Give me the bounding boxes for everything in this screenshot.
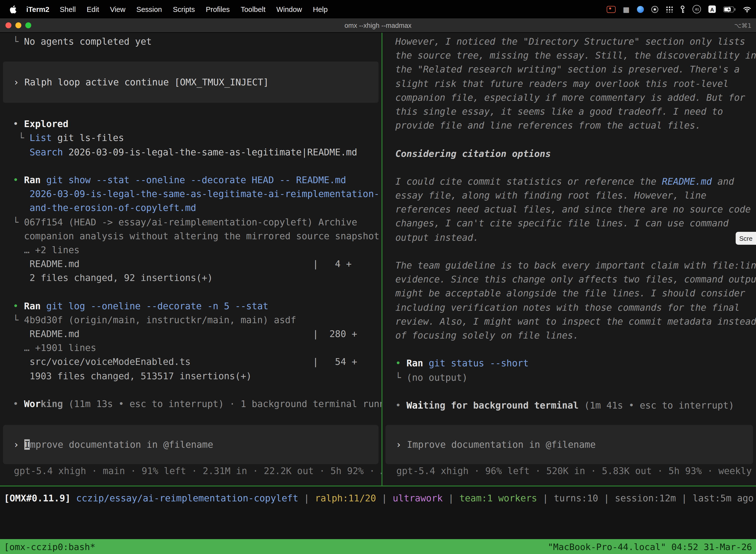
terminal-line: slight risk that future readers may over…	[395, 77, 756, 91]
terminal-line: review. Also, I might want to inspect th…	[395, 315, 756, 329]
terminal-line: and-the-erosion-of-copyleft.md	[13, 201, 381, 215]
terminal-line: └ List git ls-files	[13, 131, 381, 145]
terminal-line: • Explored	[13, 117, 381, 131]
terminal-line: └ 067f154 (HEAD -> essay/ai-reimplementa…	[13, 215, 381, 229]
window-hotkey-badge: ⌥⌘1	[734, 21, 752, 29]
terminal-line: However, I noticed the "Directory Struct…	[395, 35, 756, 49]
menu-app-name[interactable]: iTerm2	[21, 5, 54, 13]
menu-item-profiles[interactable]: Profiles	[200, 5, 235, 13]
iterm-window: omx --xhigh --madmax ⌥⌘1 └ No agents com…	[0, 18, 756, 554]
left-pane[interactable]: └ No agents completed yet ›Ralph loop ac…	[0, 33, 381, 486]
terminal-line: the source tree, missing the essay. Stil…	[395, 49, 756, 63]
terminal-line: … +2 lines	[13, 243, 381, 257]
terminal-line: evidence. Since this change only affects…	[395, 273, 756, 286]
text-cursor: I	[24, 439, 30, 450]
terminal-line: essay file, along with finding root file…	[395, 189, 756, 203]
menu-item-view[interactable]: View	[105, 5, 131, 13]
terminal-line: changes, I can't cite specific file line…	[395, 217, 756, 231]
menu-item-session[interactable]: Session	[131, 5, 168, 13]
terminal-line: of focusing solely on file lines.	[395, 329, 756, 342]
terminal-line: including verification notes with those …	[395, 300, 756, 315]
terminal-line: provide file and line references from th…	[395, 119, 756, 132]
terminal-area: └ No agents completed yet ›Ralph loop ac…	[0, 33, 756, 487]
input-placeholder: mprove documentation in @filename	[30, 439, 213, 450]
terminal-line	[395, 245, 756, 259]
terminal-line	[395, 384, 756, 398]
terminal-line: The team guideline is to back every impo…	[395, 259, 756, 273]
prompt-chevron: ›	[396, 439, 401, 450]
terminal-line: might be acceptable alongside the file l…	[395, 287, 756, 300]
right-pane[interactable]: However, I noticed the "Directory Struct…	[382, 33, 756, 486]
menu-item-help[interactable]: Help	[308, 5, 333, 13]
agents-note: └ No agents completed yet	[13, 35, 381, 49]
right-model-status-line: gpt-5.4 xhigh · 96% left · 520K in · 5.8…	[396, 466, 756, 476]
apple-menu-icon[interactable]	[8, 5, 21, 13]
prompt-chevron: ›	[13, 439, 19, 450]
terminal-line: • Ran git log --oneline --decorate -n 5 …	[13, 299, 381, 313]
terminal-line: └ No agents completed yet	[13, 35, 381, 49]
terminal-line	[395, 342, 756, 356]
terminal-line: companion analysis without altering the …	[13, 229, 381, 243]
terminal-line: 2026-03-09-is-legal-the-same-as-legitima…	[13, 187, 381, 201]
close-button[interactable]	[5, 22, 11, 28]
terminal-line	[395, 133, 756, 147]
status-zone: [OMX#0.11.9] cczip/essay/ai-reimplementa…	[0, 487, 756, 554]
terminal-line: this single essay, it seems like a good …	[395, 105, 756, 119]
left-prompt-input[interactable]: ›Improve documentation in @filename	[3, 425, 378, 464]
left-transcript: • Explored └ List git ls-files Search 20…	[13, 117, 381, 411]
record-dot-icon[interactable]	[651, 6, 658, 13]
menu-item-scripts[interactable]: Scripts	[168, 5, 200, 13]
terminal-line: src/voice/voiceModeEnabled.ts | 54 +	[13, 355, 381, 369]
terminal-line: README.md | 4 +	[13, 257, 381, 271]
terminal-line: • Working (11m 13s • esc to interrupt) ·…	[13, 397, 381, 411]
menu-bar-left: iTerm2 ShellEditViewSessionScriptsProfil…	[8, 5, 333, 13]
terminal-line: companion file, especially if more comme…	[395, 91, 756, 105]
terminal-line: the "Related research writing" section i…	[395, 63, 756, 77]
terminal-line: README.md | 280 +	[13, 327, 381, 341]
menu-item-window[interactable]: Window	[271, 5, 307, 13]
screen: iTerm2 ShellEditViewSessionScriptsProfil…	[0, 0, 756, 554]
dots-grid-icon[interactable]	[666, 6, 673, 12]
window-grid-icon[interactable]: ▦	[623, 6, 630, 13]
clipped-screen-overlay: Scre	[736, 232, 756, 245]
terminal-line: output instead.	[395, 231, 756, 244]
terminal-line: Search 2026-03-09-is-legal-the-same-as-l…	[13, 145, 381, 159]
menu-item-toolbelt[interactable]: Toolbelt	[235, 5, 271, 13]
load-gauge[interactable]: .61	[693, 5, 701, 13]
wifi-icon[interactable]	[743, 6, 751, 12]
terminal-line: I could cite commit statistics or refere…	[395, 175, 756, 189]
menu-item-edit[interactable]: Edit	[81, 5, 105, 13]
terminal-line: 2 files changed, 92 insertions(+)	[13, 271, 381, 285]
terminal-line	[395, 161, 756, 174]
inject-banner: ›Ralph loop active continue [OMX_TMUX_IN…	[3, 62, 378, 103]
terminal-line	[13, 159, 381, 173]
minimize-button[interactable]	[15, 22, 21, 28]
key-icon[interactable]	[680, 5, 685, 13]
blue-app-icon[interactable]	[637, 6, 644, 13]
traffic-lights	[5, 18, 31, 32]
window-title: omx --xhigh --madmax	[0, 21, 756, 29]
right-pane-scrollback: However, I noticed the "Directory Struct…	[382, 33, 756, 412]
terminal-line: └ 4b9d30f (origin/main, instructkr/main,…	[13, 313, 381, 327]
right-prompt-input[interactable]: ›Improve documentation in @filename	[385, 425, 753, 464]
tmux-status-bar: [omx-cczip0:bash* "MacBook-Pro-44.local"…	[0, 539, 756, 554]
menu-item-shell[interactable]: Shell	[54, 5, 81, 13]
keyboard-input-source-icon[interactable]: A	[708, 5, 716, 13]
left-model-status-line: gpt-5.4 xhigh · main · 91% left · 2.31M …	[14, 466, 381, 476]
input-placeholder: Improve documentation in @filename	[407, 439, 595, 450]
terminal-line: └ (no output)	[395, 371, 756, 384]
terminal-line: 1903 files changed, 513517 insertions(+)	[13, 369, 381, 383]
terminal-line: … +1901 lines	[13, 341, 381, 355]
menu-items: ShellEditViewSessionScriptsProfilesToolb…	[54, 5, 333, 13]
zoom-button[interactable]	[25, 22, 31, 28]
battery-charging-icon[interactable]	[723, 6, 736, 12]
omx-status-line: [OMX#0.11.9] cczip/essay/ai-reimplementa…	[4, 493, 754, 503]
tmux-session-label: [omx-cczip0:bash*	[4, 541, 95, 552]
title-bar[interactable]: omx --xhigh --madmax ⌥⌘1	[0, 18, 756, 33]
terminal-line: Considering citation options	[395, 147, 756, 161]
terminal-line	[13, 285, 381, 299]
screen-recording-indicator-icon[interactable]	[607, 6, 616, 13]
terminal-line	[13, 383, 381, 397]
menu-bar-status-icons: ▦ .61 A	[607, 5, 751, 13]
terminal-line: • Waiting for background terminal (1m 41…	[395, 399, 756, 412]
